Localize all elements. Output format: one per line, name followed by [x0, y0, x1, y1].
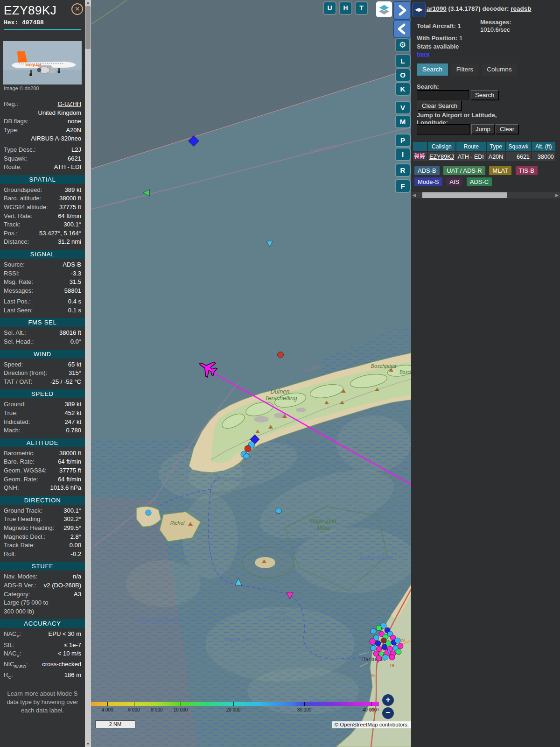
table-row[interactable]: EZY89KJ ATH - EDI A20N 6621 38000: [413, 152, 555, 161]
map-marker-dot[interactable]: [376, 655, 382, 661]
map-marker-dot[interactable]: [245, 445, 251, 452]
data-row: TAT / OAT:-25 / -52 °C: [0, 378, 85, 387]
aircraft-photo[interactable]: easyJet: [3, 41, 82, 85]
jump-clear-button[interactable]: Clear: [496, 124, 518, 134]
scroll-right-icon[interactable]: ▶: [555, 192, 559, 198]
filter-modes[interactable]: Mode-S: [414, 177, 442, 186]
tab-columns[interactable]: Columns: [482, 63, 517, 76]
data-row: RSSI:-3.3: [0, 269, 85, 278]
data-row: Sel. Alt.:38016 ft: [0, 329, 85, 338]
map-button-V[interactable]: V: [396, 102, 410, 113]
section-header: SPEED: [0, 389, 85, 398]
callsign-column-header[interactable]: Callsign: [428, 142, 455, 151]
registration-link[interactable]: G-UZHH: [18, 100, 81, 109]
filter-mlat[interactable]: MLAT: [489, 166, 511, 175]
map-button-H[interactable]: H: [340, 2, 351, 14]
map-marker-dot[interactable]: [383, 655, 388, 660]
panel-toggle-button[interactable]: ◀▶: [412, 2, 426, 17]
map-button-U[interactable]: U: [324, 2, 336, 14]
map-marker-dot[interactable]: [395, 638, 400, 643]
map-button-F[interactable]: F: [396, 180, 410, 192]
map[interactable]: NederlandFryslânBoschplaatBoschplDuinenT…: [91, 0, 411, 747]
app-link[interactable]: ar1090: [427, 5, 447, 12]
tab-filters[interactable]: Filters: [451, 63, 479, 76]
map-label: Lange Zand: [225, 636, 255, 642]
map-button-I[interactable]: I: [396, 148, 410, 160]
stats-here-link[interactable]: here: [417, 50, 429, 57]
map-marker-dot[interactable]: [381, 623, 386, 628]
map-marker-dot[interactable]: [375, 641, 381, 646]
aircraft-info-rows: Reg.:G-UZHHUnited KingdomDB flags:noneTy…: [0, 100, 85, 172]
sidebar-scrollbar-thumb[interactable]: [85, 6, 91, 49]
filter-adsb[interactable]: ADS-B: [414, 166, 440, 175]
map-button-O[interactable]: O: [396, 69, 410, 81]
scroll-down-icon[interactable]: ▼: [85, 741, 91, 747]
info-value: none: [28, 117, 81, 126]
map-marker-dot[interactable]: [371, 645, 376, 651]
message-rate: 1010.6/sec: [480, 26, 510, 33]
clear-search-button[interactable]: Clear Search: [418, 101, 462, 111]
map-button-P[interactable]: P: [396, 134, 410, 146]
filter-ais[interactable]: AIS: [446, 177, 462, 186]
map-button-T[interactable]: T: [356, 2, 367, 14]
flag-column-header[interactable]: [413, 142, 427, 151]
zoom-in-button[interactable]: +: [382, 694, 394, 706]
data-row: True:452 kt: [0, 409, 85, 418]
panel-horizontal-scrollbar[interactable]: ◀ ▶: [411, 192, 560, 198]
search-button[interactable]: Search: [471, 90, 498, 100]
map-marker-dot[interactable]: [398, 643, 403, 649]
info-value: AIRBUS A-320neo: [4, 134, 81, 143]
map-marker-dot[interactable]: [371, 628, 376, 634]
map-marker-dot[interactable]: [396, 649, 401, 655]
data-row: RC:186 m: [0, 671, 85, 682]
data-row: 300 000 lb): [0, 607, 85, 616]
info-row: Squawk:6621: [0, 155, 85, 163]
map-marker-dot[interactable]: [276, 508, 281, 514]
filter-adsc[interactable]: ADS-C: [467, 177, 492, 186]
type-column-header[interactable]: Type: [487, 142, 505, 151]
search-input[interactable]: [417, 90, 469, 99]
search-label: Search:: [417, 83, 439, 90]
scroll-up-icon[interactable]: ▲: [85, 0, 91, 6]
route-column-header[interactable]: Route: [456, 142, 486, 151]
table-callsign-link[interactable]: EZY89KJ: [429, 154, 454, 160]
data-row: NACV:< 10 m/s: [0, 649, 85, 660]
map-button-L[interactable]: L: [396, 55, 410, 67]
info-value: L2J: [36, 146, 81, 155]
filter-uat-adsr[interactable]: UAT / ADS-R: [443, 166, 485, 175]
data-row: Track:300.1°: [0, 220, 85, 229]
map-label: Terschelling: [265, 395, 298, 402]
map-marker-dot[interactable]: [370, 639, 375, 644]
legend-tick-label: 30 000: [297, 707, 312, 712]
sidebar-scrollbar[interactable]: ▲ ▼: [85, 0, 91, 747]
layer-switcher-button[interactable]: [376, 1, 392, 17]
legend-tick: [134, 702, 134, 706]
settings-button[interactable]: ⚙: [396, 39, 409, 51]
map-button-M[interactable]: M: [396, 116, 410, 127]
alt-column-header[interactable]: Alt. (ft): [532, 142, 555, 151]
map-label: Groote: [256, 460, 272, 465]
decoder-link[interactable]: readsb: [511, 5, 531, 12]
jump-button[interactable]: Jump: [471, 124, 495, 134]
map-button-K[interactable]: K: [396, 83, 410, 95]
map-marker-dot[interactable]: [389, 655, 395, 660]
with-position: With Position: 1: [417, 35, 462, 42]
jump-input[interactable]: [417, 124, 470, 135]
close-icon[interactable]: ✕: [71, 3, 83, 15]
squawk-column-header[interactable]: Squawk: [506, 142, 531, 151]
map-marker-dot[interactable]: [244, 453, 249, 459]
map-canvas: NederlandFryslânBoschplaatBoschplDuinenT…: [91, 0, 411, 747]
filter-tisb[interactable]: TIS-B: [516, 166, 538, 175]
panel-expand-button[interactable]: [393, 1, 411, 20]
map-label: Oude-Zuid: [310, 518, 336, 524]
panel-scrollbar-thumb[interactable]: [422, 192, 507, 198]
sidebar-footer-note: Learn more about Mode S data type by hov…: [0, 690, 85, 715]
map-marker-dot[interactable]: [278, 352, 284, 358]
tab-search[interactable]: Search: [417, 63, 448, 76]
scroll-left-icon[interactable]: ◀: [413, 192, 416, 198]
zoom-out-button[interactable]: −: [382, 707, 394, 719]
panel-collapse-left-button[interactable]: [393, 20, 411, 38]
map-attribution[interactable]: © OpenStreetMap contributors.: [332, 721, 411, 728]
map-button-R[interactable]: R: [396, 164, 410, 176]
map-marker-dot[interactable]: [146, 510, 151, 515]
